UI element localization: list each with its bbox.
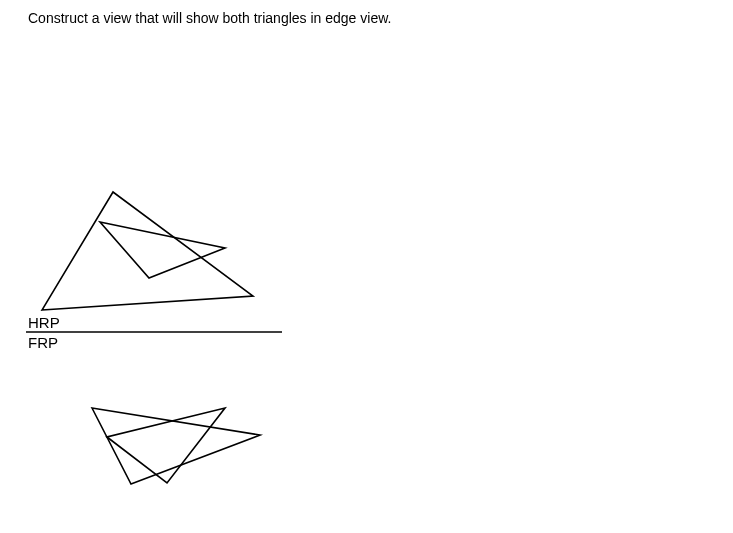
top-triangle-small: [100, 222, 225, 278]
diagram-canvas: [0, 0, 733, 533]
frp-label: FRP: [28, 334, 58, 351]
hrp-label: HRP: [28, 314, 60, 331]
top-triangle-large: [42, 192, 253, 310]
